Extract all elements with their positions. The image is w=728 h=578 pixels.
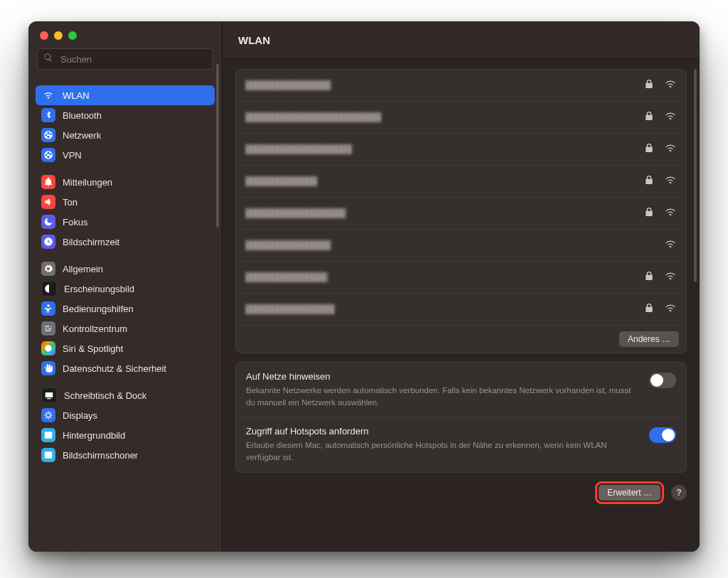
sidebar-item-netzwerk[interactable]: Netzwerk: [36, 125, 215, 145]
sidebar-item-ton[interactable]: Ton: [36, 192, 215, 212]
sidebar-item-label: Siri & Spotlight: [63, 343, 123, 354]
network-row[interactable]: [236, 293, 686, 325]
sidebar-item-label: Displays: [63, 410, 97, 421]
network-row[interactable]: [236, 70, 686, 101]
content-pane: WLAN Anderes … Auf Netze hinweisen Bekan…: [223, 21, 700, 552]
fullscreen-window-button[interactable]: [68, 31, 77, 40]
other-network-button[interactable]: Anderes …: [619, 331, 679, 347]
wifi-signal-icon: [665, 110, 676, 124]
sidebar-item-hintergrundbild[interactable]: Hintergrundbild: [36, 425, 215, 445]
hand-icon: [41, 361, 55, 375]
sidebar-item-label: Mitteilungen: [63, 177, 112, 188]
content-footer: Erweitert … ?: [235, 481, 687, 504]
sidebar-scrollbar[interactable]: [216, 64, 219, 228]
lock-icon: [643, 302, 655, 316]
notify-networks-toggle[interactable]: [649, 373, 676, 388]
wifi-icon: [41, 88, 55, 102]
moon-icon: [41, 215, 55, 229]
sidebar-item-displays[interactable]: Displays: [36, 405, 215, 425]
sidebar-item-siri-spotlight[interactable]: Siri & Spotlight: [36, 338, 215, 358]
minimize-window-button[interactable]: [54, 31, 63, 40]
option-description: Bekannte Netzwerke werden automatisch ve…: [246, 385, 639, 408]
sidebar-item-datenschutz-sicherheit[interactable]: Datenschutz & Sicherheit: [36, 358, 215, 378]
search-input[interactable]: [59, 53, 207, 65]
wifi-signal-icon: [665, 78, 676, 92]
network-name-redacted: [246, 176, 317, 186]
network-row[interactable]: [236, 229, 686, 261]
half-icon: [41, 281, 57, 296]
sidebar-item-allgemein[interactable]: Allgemein: [36, 259, 215, 279]
pic-icon: [41, 448, 55, 462]
sidebar-item-label: Erscheinungsbild: [64, 284, 134, 294]
advanced-button[interactable]: Erweitert …: [599, 485, 660, 501]
network-row[interactable]: [236, 133, 686, 165]
bt-icon: [41, 108, 55, 122]
close-window-button[interactable]: [40, 31, 48, 40]
option-title: Auf Netze hinweisen: [246, 371, 639, 382]
lock-icon: [643, 174, 655, 188]
page-title: WLAN: [238, 34, 270, 46]
lock-icon: [643, 110, 655, 124]
hotspot-access-toggle[interactable]: [649, 427, 676, 443]
search-field[interactable]: [37, 48, 213, 70]
network-name-redacted: [246, 208, 346, 218]
sidebar-item-wlan[interactable]: WLAN: [36, 85, 215, 105]
option-hotspot-access: Zugriff auf Hotspots anfordern Erlaube d…: [236, 417, 686, 471]
wifi-signal-icon: [665, 206, 676, 220]
sidebar-item-label: Netzwerk: [63, 130, 101, 141]
content-scrollbar[interactable]: [694, 69, 697, 282]
pic-icon: [41, 428, 55, 442]
settings-window: WLANBluetoothNetzwerkVPNMitteilungenTonF…: [28, 21, 700, 552]
network-row[interactable]: [236, 165, 686, 197]
speaker-icon: [41, 195, 55, 209]
network-row[interactable]: [236, 197, 686, 229]
network-name-redacted: [246, 144, 353, 154]
network-name-redacted: [246, 240, 331, 250]
search-icon: [43, 53, 53, 65]
sidebar-item-bildschirmzeit[interactable]: Bildschirmzeit: [36, 232, 215, 252]
sidebar-item-schreibtisch-dock[interactable]: Schreibtisch & Dock: [36, 385, 215, 405]
option-title: Zugriff auf Hotspots anfordern: [246, 426, 639, 437]
lock-icon: [643, 78, 655, 92]
sidebar-item-erscheinungsbild[interactable]: Erscheinungsbild: [36, 279, 215, 299]
sidebar: WLANBluetoothNetzwerkVPNMitteilungenTonF…: [28, 21, 223, 552]
sidebar-item-bluetooth[interactable]: Bluetooth: [36, 105, 215, 125]
advanced-button-highlight: Erweitert …: [595, 481, 664, 504]
wifi-options-panel: Auf Netze hinweisen Bekannte Netzwerke w…: [235, 362, 687, 473]
sidebar-item-fokus[interactable]: Fokus: [36, 212, 215, 232]
lock-icon: [643, 142, 655, 156]
help-button[interactable]: ?: [671, 485, 687, 501]
sidebar-item-label: Bildschirmzeit: [63, 237, 119, 247]
sidebar-item-label: Ton: [63, 197, 77, 208]
gear-icon: [41, 262, 55, 276]
siri-icon: [41, 341, 55, 355]
wifi-signal-icon: [665, 142, 676, 156]
access-icon: [41, 301, 55, 316]
available-networks-panel: Anderes …: [235, 69, 687, 353]
wifi-signal-icon: [665, 238, 676, 252]
sidebar-item-label: Bedienungshilfen: [63, 304, 134, 314]
clock-icon: [41, 235, 55, 249]
sidebar-list: WLANBluetoothNetzwerkVPNMitteilungenTonF…: [28, 78, 222, 552]
sliders-icon: [41, 321, 55, 336]
sidebar-item-label: Bildschirmschoner: [63, 450, 138, 461]
option-description: Erlaube diesem Mac, automatisch persönli…: [246, 439, 639, 463]
sidebar-item-label: Bluetooth: [63, 110, 102, 121]
sidebar-item-bedienungshilfen[interactable]: Bedienungshilfen: [36, 299, 215, 319]
dock-icon: [41, 387, 57, 403]
sidebar-item-kontrollzentrum[interactable]: Kontrollzentrum: [36, 319, 215, 338]
sidebar-item-label: VPN: [63, 150, 82, 161]
network-name-redacted: [246, 304, 335, 314]
sun-icon: [41, 408, 55, 422]
sidebar-item-label: Kontrollzentrum: [63, 323, 127, 334]
sidebar-item-vpn[interactable]: VPN: [36, 145, 215, 165]
sidebar-item-bildschirmschoner[interactable]: Bildschirmschoner: [36, 445, 215, 465]
svg-point-0: [45, 345, 51, 351]
network-row[interactable]: [236, 261, 686, 293]
sidebar-item-label: Hintergrundbild: [63, 430, 125, 441]
sidebar-item-mitteilungen[interactable]: Mitteilungen: [36, 172, 215, 192]
lock-icon: [643, 270, 655, 284]
network-row[interactable]: [236, 101, 686, 133]
wifi-signal-icon: [665, 270, 676, 284]
wifi-signal-icon: [665, 174, 676, 188]
